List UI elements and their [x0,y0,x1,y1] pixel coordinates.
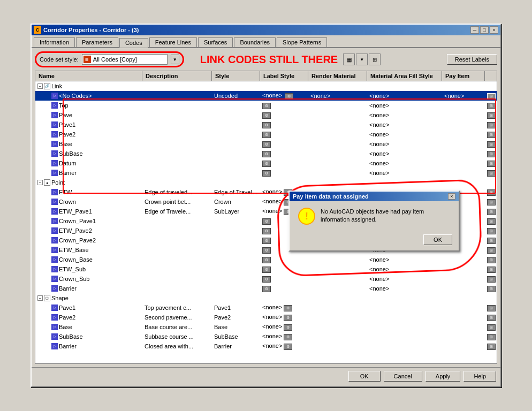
point-section-name: − ● Point [35,179,142,186]
tab-codes[interactable]: Codes [119,38,148,48]
tab-parameters[interactable]: Parameters [76,37,118,47]
link-section: − 🔗 Link [35,81,497,178]
toolbar-icon-1[interactable]: ▦ [343,54,355,65]
header-render-material: Render Material [308,71,367,81]
no-codes-fill: <none> [367,92,442,100]
tab-slope-patterns[interactable]: Slope Patterns [277,37,327,47]
maximize-button[interactable]: □ [480,26,489,34]
link-subbase-row[interactable]: ▷ SubBase ⚙ <none> ⊞ [35,149,497,158]
link-top-icon: ▷ [51,102,58,109]
link-barrier-row[interactable]: ▷ Barrier ⚙ <none> ⊞ [35,168,497,178]
shape-pave2-row[interactable]: ▷ Pave2 Second paveme... Pave2 <none> ⚙ … [35,313,497,322]
point-crown-sub-row[interactable]: ▷ Crown_Sub ⚙ <none> ⊞ [35,274,497,284]
shape-base-row[interactable]: ▷ Base Base course are... Base <none> ⚙ … [35,322,497,332]
link-expand-icon[interactable]: − [37,83,43,89]
no-codes-pay-btn[interactable]: ⊞ [487,93,496,100]
close-button[interactable]: × [490,26,498,34]
tab-information[interactable]: Information [34,37,75,47]
reset-labels-button[interactable]: Reset Labels [447,54,497,65]
link-pave2-row[interactable]: ▷ Pave2 ⚙ <none> ⊞ [35,130,497,139]
code-set-dropdown-arrow[interactable]: ▼ [171,55,179,64]
cancel-button[interactable]: Cancel [384,371,422,382]
ok-button[interactable]: OK [348,371,381,382]
point-expand-icon[interactable]: − [37,180,43,185]
tab-feature-lines[interactable]: Feature Lines [149,37,197,47]
link-label: Link [51,83,62,89]
link-pave-name: ▷ Pave [35,112,142,118]
title-bar-left: C Corridor Properties - Corridor - (3) [34,26,139,34]
toolbar-dropdown-arrow[interactable]: ▼ [356,54,368,65]
link-desc [142,86,212,87]
main-window: C Corridor Properties - Corridor - (3) ─… [31,24,501,387]
no-codes-name: ▷ <No Codes> [35,93,142,99]
minimize-button[interactable]: ─ [470,26,479,34]
toolbar-icon-2[interactable]: ⊞ [369,54,381,65]
dialog-message: No AutoCAD objects have had pay item inf… [321,208,450,224]
link-top-label-style: ⚙ [260,101,308,110]
point-section-header[interactable]: − ● Point [35,178,497,187]
title-bar: C Corridor Properties - Corridor - (3) ─… [32,25,500,35]
link-top-row[interactable]: ▷ Top ⚙ <none> ⊞ [35,101,497,110]
dialog-warning-icon: ! [298,208,315,225]
point-etw-sub-row[interactable]: ▷ ETW_Sub ⚙ <none> ⊞ [35,264,497,274]
link-section-header[interactable]: − 🔗 Link [35,81,497,91]
pay-item-dialog: Pay item data not assigned × ! No AutoCA… [288,191,460,252]
header-pay-item: Pay Item [442,71,485,81]
apply-button[interactable]: Apply [425,371,461,382]
code-set-combo[interactable]: ▦ All Codes [Copy] [82,54,168,65]
code-set-oval: Code set style: ▦ All Codes [Copy] ▼ [35,51,184,67]
tab-boundaries[interactable]: Boundaries [234,37,276,47]
link-base-row[interactable]: ▷ Base ⚙ <none> ⊞ [35,139,497,149]
shape-subbase-row[interactable]: ▷ SubBase Subbase course ... SubBase <no… [35,332,497,341]
dialog-title-bar: Pay item data not assigned × [290,192,459,201]
code-set-style-row: Code set style: ▦ All Codes [Copy] ▼ LIN… [35,51,497,67]
link-style [212,86,260,87]
shape-expand-icon[interactable]: − [37,295,43,301]
annotation-text: LINK CODES STILL THERE [200,54,338,66]
link-pave1-row[interactable]: ▷ Pave1 ⚙ <none> ⊞ [35,120,497,130]
no-codes-label: <No Codes> [59,93,92,99]
link-section-name: − 🔗 Link [35,83,142,89]
no-codes-style: Uncoded [212,92,260,100]
link-top-pay-icon: ⊞ [485,101,497,110]
link-render [308,86,367,87]
link-pave-desc [142,115,212,116]
dialog-close-button[interactable]: × [448,193,455,200]
window-icon: C [34,26,41,34]
no-codes-row[interactable]: ▷ <No Codes> Uncoded <none> ⚙ <none> <no… [35,91,497,101]
dialog-ok-button[interactable]: OK [423,234,452,245]
tab-bar: Information Parameters Codes Feature Lin… [32,35,500,48]
shape-section-header[interactable]: − ◻ Shape [35,293,497,303]
bottom-bar: OK Cancel Apply Help [32,367,500,385]
link-pave-label-style: ⚙ [260,111,308,119]
link-tree-icon: 🔗 [44,83,50,89]
no-codes-desc [142,95,212,96]
shape-section-name: − ◻ Shape [35,295,142,301]
header-fill-style: Material Area Fill Style [367,71,442,81]
link-top-fill: <none> [367,102,442,109]
help-button[interactable]: Help [463,371,496,382]
code-set-label: Code set style: [40,56,79,63]
no-codes-pay-icon: ⊞ [485,92,497,100]
header-extra [485,71,497,81]
link-label-style [260,86,308,87]
no-codes-icon: ▷ [51,93,58,99]
no-codes-pay: <none> [442,92,485,100]
point-barrier-row[interactable]: ▷ Barrier ⚙ <none> ⊞ [35,284,497,293]
link-pave-style [212,115,260,116]
no-codes-label-style: <none> ⚙ [260,92,308,100]
tab-surfaces[interactable]: Surfaces [198,37,233,47]
shape-barrier-row[interactable]: ▷ Barrier Closed area with... Barrier <n… [35,341,497,351]
shape-tree-icon: ◻ [44,295,50,301]
dialog-buttons: OK [290,231,459,250]
no-codes-style-icon: ⚙ [285,93,293,100]
dialog-title-text: Pay item data not assigned [293,193,369,200]
point-crown-base-row[interactable]: ▷ Crown_Base ⚙ <none> ⊞ [35,255,497,264]
link-pave-row[interactable]: ▷ Pave ⚙ <none> ⊞ [35,110,497,120]
link-datum-row[interactable]: ▷ Datum ⚙ <none> ⊞ [35,158,497,168]
point-tree-icon: ● [44,179,50,186]
header-name: Name [35,71,142,81]
header-style: Style [212,71,260,81]
shape-pave1-row[interactable]: ▷ Pave1 Top pavement c... Pave1 <none> ⚙… [35,303,497,313]
link-top-pay-btn[interactable]: ⊞ [487,103,496,109]
